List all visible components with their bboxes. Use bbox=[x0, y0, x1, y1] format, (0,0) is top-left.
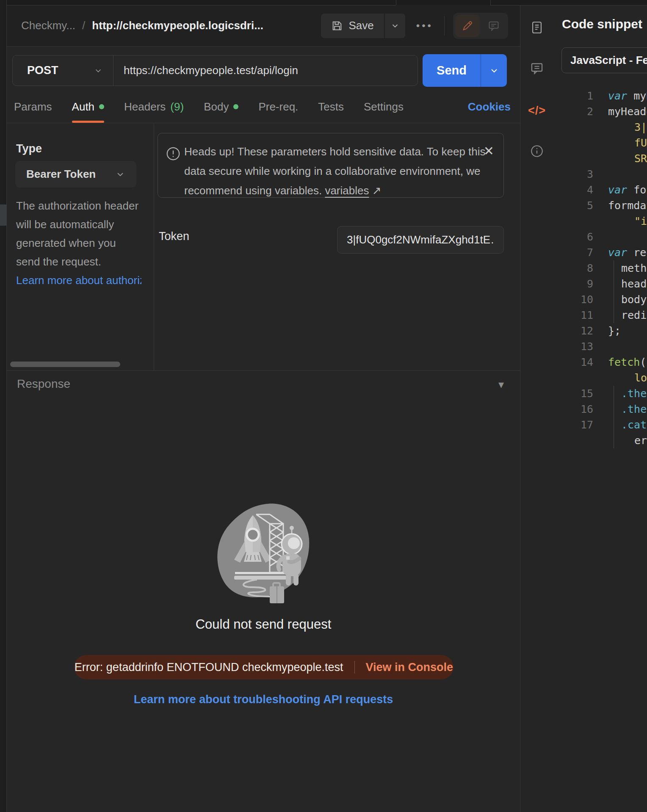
close-icon[interactable]: ✕ bbox=[484, 144, 494, 158]
collapse-response-icon[interactable]: ▾ bbox=[498, 378, 504, 391]
line-code: fetch(' bbox=[608, 354, 647, 370]
code-line: 16.then bbox=[520, 401, 647, 417]
sidebar-resize-handle[interactable] bbox=[0, 204, 7, 226]
auth-editor: Type Bearer Token The authorization head… bbox=[7, 124, 520, 371]
code-snippet-title: Code snippet bbox=[562, 17, 642, 31]
auth-learn-more-link[interactable]: Learn more about authoriza bbox=[16, 271, 141, 290]
tab-settings[interactable]: Settings bbox=[364, 91, 404, 123]
line-number: 17 bbox=[520, 417, 593, 433]
sensitive-data-message: Heads up! These parameters hold sensitiv… bbox=[184, 142, 492, 200]
code-line: 1var myH bbox=[520, 88, 647, 104]
line-code: formdat bbox=[608, 198, 647, 213]
tab-edge bbox=[490, 0, 491, 5]
auth-type-column: Type Bearer Token The authorization head… bbox=[7, 124, 154, 370]
error-banner: Error: getaddrinfo ENOTFOUND checkmypeop… bbox=[74, 655, 453, 679]
view-in-console-button[interactable]: View in Console bbox=[366, 661, 453, 674]
comments-button[interactable] bbox=[526, 58, 547, 79]
tab-modified-dot bbox=[233, 104, 238, 109]
troubleshooting-link[interactable]: Learn more about troubleshooting API req… bbox=[7, 693, 520, 706]
variables-link[interactable]: variables bbox=[325, 184, 369, 197]
line-number: 8 bbox=[520, 260, 593, 276]
request-header: Checkmy... / http://checkmypeople.logics… bbox=[7, 5, 520, 47]
chevron-down-icon bbox=[489, 66, 499, 76]
comment-button[interactable] bbox=[481, 15, 506, 37]
code-line: 17.catc bbox=[520, 417, 647, 433]
tab-label: Tests bbox=[318, 100, 344, 113]
code-line: log bbox=[520, 370, 647, 386]
error-message: Error: getaddrinfo ENOTFOUND checkmypeop… bbox=[75, 661, 343, 674]
code-line: fUQ bbox=[520, 135, 647, 151]
tab-auth[interactable]: Auth bbox=[72, 91, 105, 123]
line-number: 5 bbox=[520, 198, 593, 213]
tab-prereq[interactable]: Pre-req. bbox=[258, 91, 298, 123]
breadcrumb-collection[interactable]: Checkmy... bbox=[21, 19, 75, 32]
header-actions: Save ••• bbox=[321, 13, 508, 39]
tab-params[interactable]: Params bbox=[14, 91, 52, 123]
language-select[interactable]: JavaScript - Fet bbox=[561, 47, 647, 73]
auth-type-select[interactable]: Bearer Token bbox=[15, 161, 136, 188]
cookies-link[interactable]: Cookies bbox=[468, 91, 511, 123]
code-lines: 1var myH2myHeade3|fUQSR'34var for5formda… bbox=[520, 88, 647, 448]
horizontal-scrollbar[interactable] bbox=[10, 362, 120, 367]
document-icon bbox=[530, 20, 544, 35]
code-line: 12}; bbox=[520, 323, 647, 339]
line-number: 12 bbox=[520, 323, 593, 339]
tab-label: Body bbox=[204, 100, 229, 113]
tab-headers[interactable]: Headers(9) bbox=[124, 91, 184, 123]
response-empty-title: Could not send request bbox=[7, 617, 520, 632]
line-code bbox=[608, 229, 647, 245]
line-number: 4 bbox=[520, 182, 593, 198]
line-code bbox=[608, 339, 647, 354]
floppy-icon bbox=[331, 20, 343, 32]
auth-type-value: Bearer Token bbox=[26, 168, 96, 181]
code-line: err bbox=[520, 433, 647, 448]
breadcrumb-separator: / bbox=[82, 19, 85, 32]
documentation-button[interactable] bbox=[526, 17, 547, 38]
tab-label: Params bbox=[14, 100, 52, 113]
save-button[interactable]: Save bbox=[321, 14, 384, 38]
code-line: 15.then bbox=[520, 386, 647, 401]
line-number: 16 bbox=[520, 401, 593, 417]
send-split-button: Send bbox=[423, 54, 507, 87]
send-options-button[interactable] bbox=[481, 54, 507, 87]
url-input[interactable] bbox=[113, 64, 418, 77]
method-select[interactable]: POST bbox=[13, 55, 113, 86]
edit-button[interactable] bbox=[455, 15, 480, 37]
tab-tests[interactable]: Tests bbox=[318, 91, 344, 123]
code-line: 6 bbox=[520, 229, 647, 245]
save-options-button[interactable] bbox=[385, 14, 405, 38]
code-line: 13 bbox=[520, 339, 647, 354]
save-label: Save bbox=[349, 19, 374, 32]
edit-comment-group bbox=[453, 13, 508, 39]
line-code: metho bbox=[608, 260, 647, 276]
line-number: 14 bbox=[520, 354, 593, 370]
language-value: JavaScript - Fet bbox=[570, 54, 647, 67]
external-link-icon: ↗ bbox=[372, 184, 382, 197]
method-url-bar: POST bbox=[12, 55, 418, 86]
tab-strip-border bbox=[490, 5, 647, 6]
tab-label: Auth bbox=[72, 100, 95, 113]
line-code: log bbox=[608, 370, 647, 386]
sensitive-data-banner: Heads up! These parameters hold sensitiv… bbox=[158, 133, 504, 198]
request-pane: Checkmy... / http://checkmypeople.logics… bbox=[7, 5, 520, 812]
line-code: err bbox=[608, 433, 647, 448]
breadcrumb-request-name[interactable]: http://checkmypeople.logicsdri... bbox=[92, 19, 263, 32]
tab-body[interactable]: Body bbox=[204, 91, 238, 123]
line-code: var for bbox=[608, 182, 647, 198]
tab-edge bbox=[396, 0, 396, 5]
breadcrumb: Checkmy... / http://checkmypeople.logics… bbox=[21, 19, 263, 32]
token-input[interactable] bbox=[337, 226, 504, 254]
warning-icon bbox=[166, 146, 181, 161]
code-line: 8metho bbox=[520, 260, 647, 276]
line-code: SR' bbox=[608, 151, 647, 166]
line-code: var req bbox=[608, 245, 647, 260]
code-line: 9heade bbox=[520, 276, 647, 292]
tab-strip-border bbox=[7, 5, 396, 6]
send-button[interactable]: Send bbox=[423, 54, 481, 87]
api-client-window: Checkmy... / http://checkmypeople.logics… bbox=[0, 0, 647, 812]
more-options-button[interactable]: ••• bbox=[414, 20, 436, 32]
line-code: myHeade bbox=[608, 104, 647, 119]
save-split-button: Save bbox=[321, 14, 405, 38]
line-number bbox=[520, 135, 593, 151]
line-number: 6 bbox=[520, 229, 593, 245]
